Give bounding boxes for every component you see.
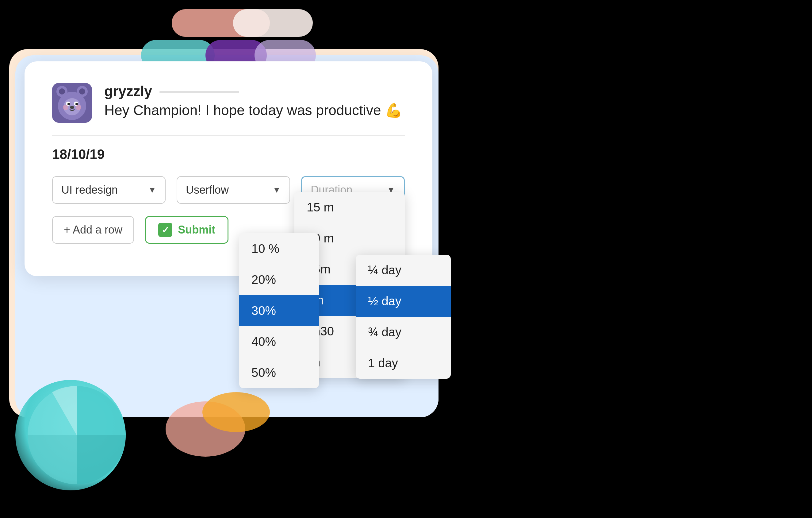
task-chevron-icon: ▼ bbox=[272, 185, 281, 195]
day-option-full[interactable]: 1 day bbox=[356, 348, 451, 379]
day-option-quarter[interactable]: ¼ day bbox=[356, 255, 451, 286]
submit-check-icon: ✓ bbox=[158, 223, 172, 237]
deco-orange-oval bbox=[202, 392, 270, 432]
percent-option-40[interactable]: 40% bbox=[239, 326, 319, 357]
percent-option-50[interactable]: 50% bbox=[239, 357, 319, 388]
day-option-three-quarter[interactable]: ¾ day bbox=[356, 317, 451, 348]
svg-point-10 bbox=[67, 103, 70, 105]
avatar bbox=[52, 83, 92, 123]
date-label: 18/10/19 bbox=[52, 147, 405, 162]
task-select[interactable]: Userflow ▼ bbox=[177, 176, 290, 204]
tagline: Hey Champion! I hope today was productiv… bbox=[104, 102, 402, 118]
percent-option-30[interactable]: 30% bbox=[239, 295, 319, 326]
svg-point-5 bbox=[79, 88, 85, 94]
add-row-button[interactable]: + Add a row bbox=[52, 216, 134, 244]
duration-option-15m[interactable]: 15 m bbox=[294, 192, 405, 223]
day-dropdown: ¼ day ½ day ¾ day 1 day bbox=[356, 255, 451, 379]
app-name: gryzzly bbox=[104, 83, 152, 100]
percent-dropdown: 10 % 20% 30% 40% 50% bbox=[239, 233, 319, 388]
day-option-half[interactable]: ½ day bbox=[356, 286, 451, 317]
card-header: gryzzly Hey Champion! I hope today was p… bbox=[52, 83, 405, 123]
header-text: gryzzly Hey Champion! I hope today was p… bbox=[104, 83, 402, 118]
name-underline bbox=[160, 91, 239, 93]
project-select[interactable]: UI redesign ▼ bbox=[52, 176, 166, 204]
submit-button[interactable]: ✓ Submit bbox=[145, 216, 228, 244]
svg-point-14 bbox=[76, 105, 81, 110]
project-chevron-icon: ▼ bbox=[148, 185, 156, 195]
divider bbox=[52, 135, 405, 136]
svg-point-12 bbox=[70, 106, 74, 109]
percent-option-20[interactable]: 20% bbox=[239, 264, 319, 295]
svg-point-13 bbox=[63, 105, 68, 110]
svg-point-4 bbox=[59, 88, 65, 94]
deco-white-pill bbox=[233, 9, 313, 37]
pie-chart-decoration bbox=[25, 383, 129, 487]
percent-option-10[interactable]: 10 % bbox=[239, 233, 319, 264]
